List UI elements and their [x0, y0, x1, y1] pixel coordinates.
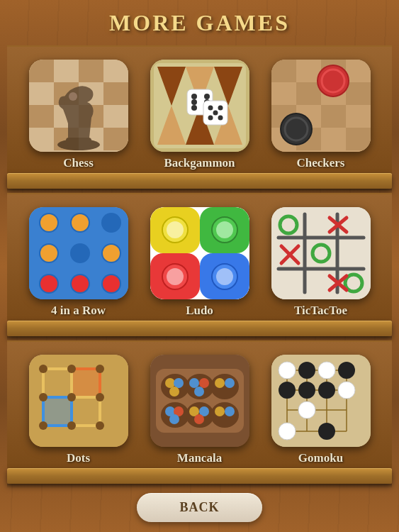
- shelf-3-items: Dots: [7, 349, 392, 468]
- svg-point-138: [194, 414, 204, 424]
- svg-point-114: [39, 421, 47, 430]
- svg-point-57: [72, 214, 89, 231]
- page-title: MORE GAMES: [14, 10, 385, 36]
- svg-point-160: [318, 423, 335, 440]
- svg-point-150: [279, 362, 296, 379]
- svg-point-132: [225, 378, 235, 388]
- svg-point-124: [210, 402, 239, 428]
- connect4-icon: [29, 207, 128, 299]
- svg-point-126: [174, 378, 184, 388]
- checkers-icon: [271, 60, 371, 152]
- svg-rect-8: [103, 128, 128, 150]
- svg-rect-39: [321, 105, 346, 128]
- svg-point-159: [338, 362, 355, 379]
- svg-rect-37: [346, 82, 371, 105]
- ludo-label: Ludo: [186, 304, 213, 321]
- svg-point-155: [298, 362, 315, 379]
- shelf-3-ledge: [7, 468, 392, 484]
- shelf-section: Chess: [0, 43, 399, 486]
- svg-point-29: [218, 106, 223, 111]
- svg-point-56: [40, 214, 57, 231]
- shelf-1-items: Chess: [7, 54, 392, 173]
- ludo-item[interactable]: Ludo: [150, 207, 249, 321]
- svg-rect-4: [103, 82, 128, 105]
- svg-point-28: [208, 106, 213, 111]
- ludo-icon: [150, 207, 249, 299]
- checkers-label: Checkers: [297, 156, 345, 173]
- shelf-2-ledge: [7, 321, 392, 336]
- dots-icon: [29, 355, 128, 447]
- svg-point-75: [216, 268, 233, 285]
- svg-point-157: [318, 382, 335, 399]
- svg-point-140: [225, 406, 235, 416]
- svg-rect-100: [45, 399, 70, 424]
- gomoku-item[interactable]: Gomoku: [271, 355, 371, 468]
- svg-point-130: [194, 387, 204, 397]
- shelf-1-ledge: [7, 173, 392, 189]
- svg-point-153: [279, 423, 296, 440]
- svg-rect-36: [296, 82, 321, 105]
- svg-point-62: [40, 275, 57, 292]
- svg-point-60: [72, 275, 89, 292]
- backgammon-icon: [150, 60, 249, 152]
- gomoku-label: Gomoku: [298, 451, 343, 468]
- svg-rect-104: [73, 370, 99, 396]
- svg-point-23: [191, 99, 197, 105]
- checkers-item[interactable]: Checkers: [271, 60, 371, 173]
- svg-point-152: [298, 401, 315, 419]
- chess-icon: [29, 60, 128, 152]
- svg-point-31: [208, 116, 213, 121]
- svg-point-128: [189, 378, 199, 388]
- svg-point-22: [204, 94, 210, 99]
- svg-point-129: [199, 378, 209, 388]
- svg-point-61: [103, 275, 120, 292]
- svg-point-131: [215, 378, 225, 388]
- connect4-label: 4 in a Row: [51, 304, 106, 321]
- svg-point-139: [215, 406, 225, 416]
- mancala-icon: [150, 355, 249, 447]
- svg-point-49: [101, 213, 121, 233]
- svg-point-151: [318, 362, 335, 379]
- svg-point-21: [191, 94, 197, 99]
- svg-rect-34: [271, 60, 296, 82]
- chess-item[interactable]: Chess: [29, 60, 128, 173]
- backgammon-item[interactable]: Backgammon: [150, 60, 249, 173]
- svg-point-127: [169, 387, 179, 397]
- svg-point-110: [96, 365, 104, 373]
- svg-point-11: [69, 92, 77, 101]
- svg-point-58: [40, 245, 57, 262]
- svg-point-154: [338, 382, 355, 399]
- mancala-label: Mancala: [177, 451, 222, 468]
- svg-point-113: [96, 393, 104, 401]
- svg-rect-1: [29, 60, 54, 82]
- svg-point-115: [67, 421, 76, 430]
- svg-point-73: [167, 268, 184, 285]
- tictactoe-label: TicTacToe: [294, 304, 347, 321]
- shelf-2-back: 4 in a Row: [7, 193, 392, 321]
- svg-point-116: [96, 421, 104, 430]
- mancala-item[interactable]: Mancala: [150, 355, 249, 468]
- svg-point-30: [213, 111, 218, 116]
- back-area: BACK: [0, 486, 399, 532]
- title-area: MORE GAMES: [0, 0, 399, 43]
- shelf-3: Dots: [7, 340, 392, 484]
- shelf-2-items: 4 in a Row: [7, 201, 392, 321]
- svg-point-109: [67, 365, 76, 373]
- svg-point-156: [279, 382, 296, 399]
- svg-point-112: [67, 393, 76, 401]
- svg-rect-2: [79, 60, 103, 82]
- svg-point-51: [70, 243, 90, 263]
- svg-point-108: [39, 365, 47, 373]
- dots-item[interactable]: Dots: [29, 355, 128, 468]
- svg-point-135: [169, 414, 179, 424]
- svg-rect-10: [66, 138, 91, 146]
- gomoku-icon: [271, 355, 371, 447]
- svg-rect-5: [29, 105, 54, 128]
- connect4-item[interactable]: 4 in a Row: [29, 207, 128, 321]
- tictactoe-item[interactable]: TicTacToe: [271, 207, 371, 321]
- tictactoe-icon: [271, 207, 371, 299]
- svg-point-69: [167, 221, 184, 238]
- back-button[interactable]: BACK: [137, 493, 262, 522]
- shelf-1: Chess: [7, 45, 392, 189]
- svg-point-125: [165, 378, 175, 388]
